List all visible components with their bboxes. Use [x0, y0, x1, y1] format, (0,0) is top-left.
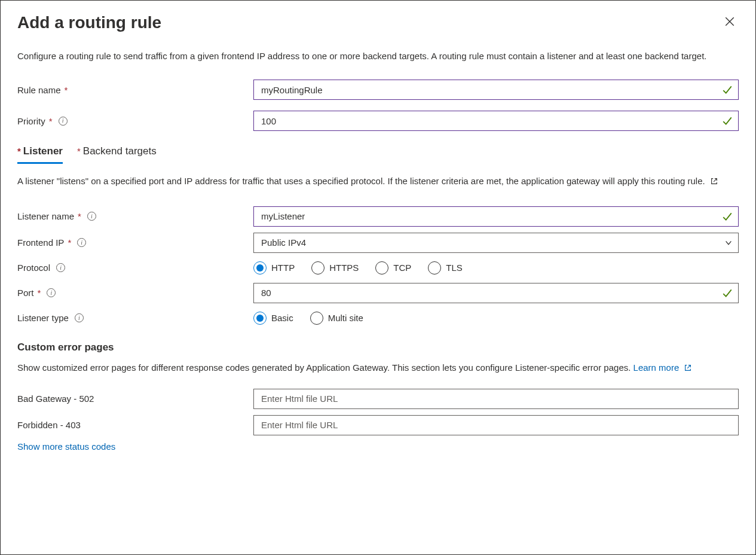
tab-backend-targets-label: Backend targets — [83, 145, 157, 157]
forbidden-label: Forbidden - 403 — [17, 420, 81, 430]
panel-description: Configure a routing rule to send traffic… — [17, 50, 739, 63]
listener-type-label: Listener type — [17, 313, 69, 323]
radio-icon — [310, 312, 323, 325]
protocol-radio-group: HTTP HTTPS TCP TLS — [253, 259, 739, 277]
add-routing-rule-panel: Add a routing rule Configure a routing r… — [0, 0, 756, 555]
info-icon[interactable]: i — [87, 212, 96, 221]
required-indicator: * — [77, 146, 81, 156]
show-more-status-codes-link[interactable]: Show more status codes — [17, 441, 115, 452]
info-icon[interactable]: i — [59, 117, 68, 126]
radio-icon — [253, 261, 267, 275]
radio-icon — [311, 261, 325, 275]
required-indicator: * — [38, 288, 41, 298]
required-indicator: * — [65, 85, 68, 95]
radio-icon — [428, 261, 441, 275]
priority-input[interactable] — [253, 111, 739, 131]
priority-label: Priority — [17, 116, 45, 126]
forbidden-url-input[interactable] — [253, 415, 739, 435]
info-icon[interactable]: i — [75, 313, 84, 322]
rule-name-label: Rule name — [17, 85, 61, 95]
custom-error-heading: Custom error pages — [17, 341, 739, 353]
close-button[interactable] — [721, 13, 739, 31]
info-icon[interactable]: i — [47, 288, 56, 297]
required-indicator: * — [49, 116, 53, 126]
port-label: Port — [17, 288, 34, 298]
bad-gateway-label: Bad Gateway - 502 — [17, 394, 94, 404]
protocol-option-https[interactable]: HTTPS — [311, 261, 359, 275]
frontend-ip-label: Frontend IP — [17, 237, 64, 248]
listener-type-option-label: Multi site — [328, 313, 363, 323]
tab-listener-label: Listener — [23, 145, 63, 157]
bad-gateway-url-input[interactable] — [253, 389, 739, 409]
protocol-option-tcp[interactable]: TCP — [375, 261, 411, 275]
panel-title: Add a routing rule — [17, 13, 161, 33]
tabs: * Listener * Backend targets — [17, 142, 739, 164]
protocol-option-label: TLS — [446, 263, 463, 273]
frontend-ip-value: Public IPv4 — [261, 237, 306, 248]
radio-icon — [253, 312, 267, 325]
external-link-icon — [684, 362, 692, 376]
rule-name-input[interactable] — [253, 80, 739, 100]
radio-icon — [375, 261, 388, 275]
protocol-label: Protocol — [17, 263, 50, 273]
info-icon[interactable]: i — [56, 263, 65, 272]
listener-type-option-label: Basic — [271, 313, 293, 323]
listener-type-option-multisite[interactable]: Multi site — [310, 312, 363, 325]
protocol-option-label: HTTP — [271, 263, 295, 273]
listener-name-label: Listener name — [17, 211, 74, 221]
protocol-option-tls[interactable]: TLS — [428, 261, 463, 275]
listener-description: A listener "listens" on a specified port… — [17, 175, 739, 190]
tab-listener[interactable]: * Listener — [17, 142, 63, 164]
info-icon[interactable]: i — [77, 238, 86, 247]
listener-name-input[interactable] — [253, 206, 739, 227]
required-indicator: * — [68, 237, 71, 248]
listener-type-option-basic[interactable]: Basic — [253, 312, 293, 325]
listener-type-radio-group: Basic Multi site — [253, 309, 739, 327]
protocol-option-label: TCP — [393, 263, 411, 273]
close-icon — [724, 20, 735, 29]
protocol-option-label: HTTPS — [329, 263, 359, 273]
protocol-option-http[interactable]: HTTP — [253, 261, 295, 275]
required-indicator: * — [78, 211, 81, 221]
frontend-ip-select[interactable]: Public IPv4 — [253, 233, 739, 253]
required-indicator: * — [17, 146, 21, 156]
port-input[interactable] — [253, 283, 739, 303]
external-link-icon[interactable] — [710, 176, 718, 190]
tab-backend-targets[interactable]: * Backend targets — [77, 142, 157, 164]
custom-error-description: Show customized error pages for differen… — [17, 361, 739, 376]
learn-more-link[interactable]: Learn more — [633, 362, 693, 373]
